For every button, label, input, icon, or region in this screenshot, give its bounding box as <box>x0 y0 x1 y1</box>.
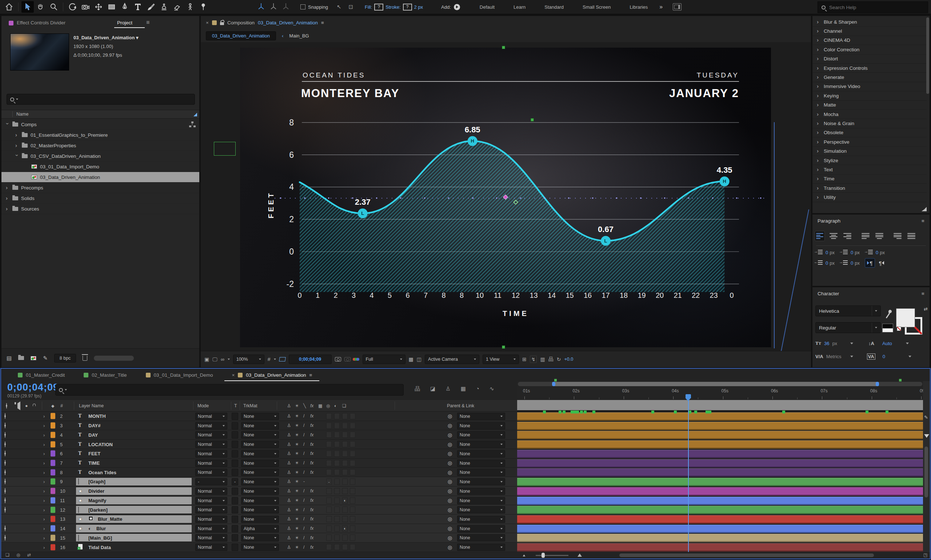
eye-icon[interactable] <box>5 526 5 531</box>
effects-category[interactable]: ›Color Correction <box>813 45 926 54</box>
layer-duration-bar[interactable] <box>517 487 923 495</box>
switch-box[interactable] <box>326 441 332 447</box>
adjustment-column-icon[interactable]: ◐ <box>334 403 337 408</box>
switch-box[interactable] <box>342 432 348 438</box>
close-icon[interactable]: × <box>232 372 235 378</box>
layer-row[interactable]: ›11★MagnifyNormalNone♙☀/fx◐◎None <box>1 496 517 505</box>
shy-switch[interactable]: ♙ <box>287 442 291 447</box>
roto-brush-tool-icon[interactable] <box>184 1 196 13</box>
mode-dropdown[interactable]: Normal <box>195 469 227 476</box>
layer-label-color[interactable] <box>51 478 55 485</box>
shy-switch[interactable]: ♙ <box>287 414 291 418</box>
work-area-start-handle[interactable] <box>552 382 556 386</box>
ruler-label[interactable]: 03s <box>622 388 629 394</box>
layer-name[interactable]: Magnify <box>88 497 106 503</box>
parent-dropdown[interactable]: None <box>457 422 505 429</box>
quality-switch[interactable]: / <box>303 451 305 456</box>
trkmat-dropdown[interactable]: None <box>241 534 279 542</box>
layer-chevron-icon[interactable]: › <box>43 442 45 447</box>
layer-chevron-icon[interactable]: › <box>43 432 45 437</box>
layer-chevron-icon[interactable]: › <box>43 535 45 540</box>
keyframe-marker[interactable] <box>584 411 586 414</box>
chevron-icon[interactable]: › <box>15 142 19 148</box>
exposure-value[interactable]: +0.0 <box>564 357 573 362</box>
switch-box[interactable] <box>334 469 340 475</box>
tree-item[interactable]: ›Precomps <box>2 183 199 193</box>
quality-switch[interactable]: / <box>303 442 305 447</box>
frame-blend-column-icon[interactable]: ▦ <box>318 403 322 408</box>
layer-name-cell[interactable] <box>76 515 192 523</box>
layer-row[interactable]: ›2TMONTHNormalNone♙☀/fx◎None <box>1 412 517 421</box>
ruler-label[interactable]: 01s <box>523 388 530 394</box>
tracking-caret[interactable] <box>908 355 911 357</box>
number-column-header[interactable]: # <box>60 403 63 408</box>
switch-box[interactable] <box>342 460 348 466</box>
eyedropper-icon[interactable] <box>884 308 893 319</box>
keyframe-marker[interactable] <box>563 411 566 414</box>
chevron-icon[interactable]: › <box>14 154 20 158</box>
paragraph-ltr-button[interactable]: ¶ <box>865 258 875 268</box>
expand-transfer-controls-icon[interactable]: ◎ <box>16 552 20 557</box>
layer-duration-bar[interactable] <box>517 515 923 524</box>
close-icon[interactable]: × <box>206 20 209 25</box>
label-column-icon[interactable]: ◆ <box>51 403 54 408</box>
ruler-label[interactable]: 07s <box>820 388 827 394</box>
switch-box[interactable]: - <box>326 478 332 485</box>
shy-switch[interactable]: ♙ <box>287 479 291 484</box>
indent-right-value[interactable]: 0 <box>826 260 828 266</box>
align-left-button[interactable] <box>815 231 825 241</box>
collapse-switch[interactable]: ☀ <box>295 507 299 512</box>
rectangle-tool-icon[interactable] <box>105 1 118 13</box>
shy-switch[interactable]: ♙ <box>287 526 291 531</box>
transparency-grid-icon[interactable]: ▩ <box>409 356 414 362</box>
pickwhip-icon[interactable]: ◎ <box>448 413 452 419</box>
fx-switch[interactable]: fx <box>310 526 314 531</box>
switch-box[interactable] <box>350 478 355 485</box>
frame-blending-icon[interactable]: ▦ <box>461 385 466 392</box>
font-size-caret[interactable] <box>850 343 853 345</box>
mode-dropdown[interactable]: Normal <box>195 460 227 467</box>
layer-label-color[interactable] <box>51 460 55 466</box>
parent-dropdown[interactable]: None <box>457 534 505 542</box>
keyframe-marker[interactable] <box>592 411 596 414</box>
eye-icon[interactable] <box>5 507 5 512</box>
switch-box[interactable] <box>342 535 348 541</box>
collapse-switch[interactable]: ☀ <box>295 488 299 494</box>
collapse-switch[interactable]: ☀ <box>295 423 299 428</box>
effects-category[interactable]: ›Noise & Grain <box>813 119 926 128</box>
layer-duration-bar[interactable] <box>517 506 923 514</box>
magnification-dropdown[interactable]: 100% <box>233 355 265 364</box>
kerning-value[interactable]: Metrics <box>826 354 842 359</box>
tree-item[interactable]: ›Sources <box>2 204 199 214</box>
chevron-icon[interactable]: › <box>817 55 820 62</box>
selection-tool-icon[interactable] <box>22 1 34 13</box>
tree-item[interactable]: ›Solids <box>2 193 199 204</box>
workspace-libraries[interactable]: Libraries <box>629 5 648 10</box>
layer-label-color[interactable] <box>51 432 55 438</box>
view-axis-icon[interactable] <box>282 2 290 12</box>
fx-switch[interactable]: fx <box>310 498 314 503</box>
eye-icon[interactable] <box>5 497 5 503</box>
layer-label-color[interactable] <box>51 413 55 419</box>
selection-handle[interactable] <box>502 46 505 49</box>
pickwhip-icon[interactable]: ◎ <box>448 535 452 541</box>
effects-category[interactable]: ›Expression Controls <box>813 64 926 73</box>
new-composition-icon[interactable] <box>31 356 36 360</box>
switch-box[interactable] <box>350 423 355 429</box>
shy-column-icon[interactable]: ♙ <box>287 403 291 408</box>
timeline-vscrollbar[interactable] <box>925 446 928 497</box>
work-area-segment[interactable] <box>554 382 877 386</box>
layer-duration-bar[interactable] <box>517 459 923 468</box>
switch-box[interactable] <box>342 451 348 457</box>
quality-switch[interactable]: / <box>303 526 305 531</box>
layer-label-color[interactable] <box>51 544 55 550</box>
collapse-switch[interactable]: ☀ <box>295 432 299 437</box>
viewer-pasteboard[interactable]: OCEAN TIDESTUESDAYMONTEREY BAYJANUARY 28… <box>201 42 811 351</box>
resolution-dropdown[interactable]: Full <box>363 355 405 364</box>
chevron-icon[interactable]: › <box>817 166 820 172</box>
layer-chevron-icon[interactable]: › <box>43 469 45 475</box>
switch-box[interactable] <box>334 432 340 438</box>
fx-switch[interactable]: fx <box>310 423 314 428</box>
layer-row[interactable]: ›3TDAY#NormalNone♙☀/fx◎None <box>1 421 517 431</box>
active-comp-name[interactable]: 03_Data_Driven_Animation <box>258 20 318 25</box>
